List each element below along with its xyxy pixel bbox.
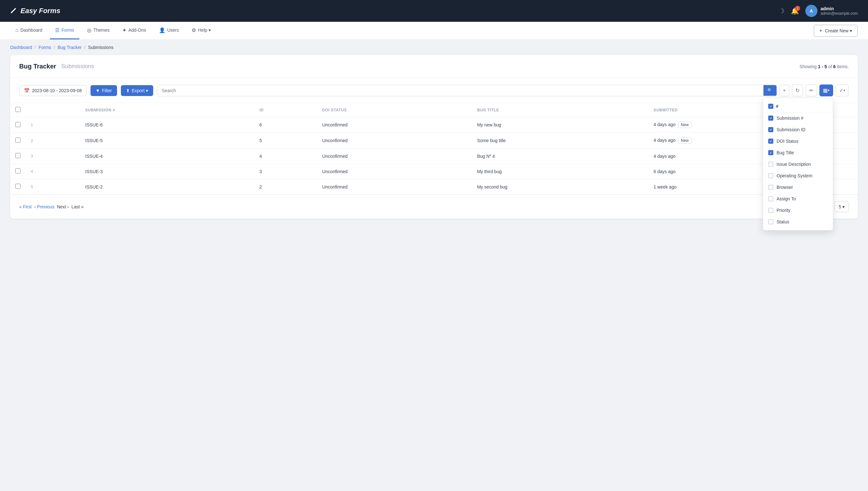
col-header-checkbox[interactable]: ✓ [768, 104, 773, 109]
row-checkbox[interactable] [16, 168, 21, 173]
row-checkbox-cell[interactable] [10, 117, 26, 133]
nav-label-addons: Add-Ons [128, 28, 146, 33]
col-item-sub-num[interactable]: ✓ Submission # [763, 112, 833, 124]
row-checkbox[interactable] [16, 153, 21, 158]
row-checkbox-cell[interactable] [10, 148, 26, 164]
col-item-doi-status[interactable]: ✓ DOI Status [763, 135, 833, 147]
row-checkbox-cell[interactable] [10, 164, 26, 179]
row-submission: ISSUE-5 [80, 133, 254, 148]
nav-label-dashboard: Dashboard [21, 28, 42, 33]
search-input[interactable] [157, 85, 764, 96]
nav-item-addons[interactable]: ✦ Add-Ons [117, 22, 151, 39]
row-checkbox[interactable] [16, 122, 21, 127]
pagination-first[interactable]: « First [19, 204, 32, 209]
select-all-checkbox[interactable] [16, 107, 21, 112]
row-num: 1 [26, 117, 80, 133]
col-item-bug-title[interactable]: ✓ Bug Title [763, 147, 833, 158]
new-badge: New [678, 122, 691, 128]
nav-item-dashboard[interactable]: ⌂ Dashboard [10, 22, 47, 39]
avatar: A [805, 5, 817, 17]
nav-item-themes[interactable]: ◎ Themes [82, 22, 115, 39]
moon-icon[interactable]: ☽ [779, 7, 784, 15]
calendar-icon: 📅 [24, 88, 29, 93]
bell-icon[interactable]: 🔔 1 [791, 7, 799, 15]
card-title: Bug Tracker [19, 63, 56, 70]
col-item-sub-id[interactable]: ✓ Submission ID [763, 124, 833, 135]
row-checkbox[interactable] [16, 184, 21, 189]
row-checkbox[interactable] [16, 138, 21, 143]
nav-item-users[interactable]: 👤 Users [154, 22, 184, 39]
breadcrumb-bug-tracker[interactable]: Bug Tracker [58, 45, 82, 50]
col-checkbox-os[interactable] [768, 173, 773, 178]
col-checkbox-priority[interactable] [768, 208, 773, 213]
check-chevron: ▾ [843, 88, 845, 92]
col-item-issue-desc[interactable]: Issue Description [763, 158, 833, 170]
row-submission: ISSUE-2 [80, 179, 254, 195]
col-checkbox-browser[interactable] [768, 185, 773, 190]
filter-icon: ▼ [96, 88, 100, 93]
col-label-issue-desc: Issue Description [777, 162, 811, 167]
nav-left: ⌂ Dashboard ☰ Forms ◎ Themes ✦ Add-Ons 👤… [10, 22, 216, 39]
search-button[interactable]: 🔍 [764, 85, 777, 96]
col-item-os[interactable]: Operating System [763, 170, 833, 181]
col-dropdown-header: ✓ # [763, 100, 833, 112]
row-bug-title: Bug Nº 4 [472, 148, 649, 164]
col-checkbox-status[interactable] [768, 219, 773, 224]
create-new-button[interactable]: + Create New ▾ [814, 25, 858, 37]
table-row: 2 ISSUE-5 5 Unconfirmed Some bug title 4… [10, 133, 858, 148]
th-submission-num: SUBMISSION # [80, 103, 254, 117]
filter-button[interactable]: ▼ Filter [91, 85, 117, 96]
row-num: 4 [26, 164, 80, 179]
admin-section[interactable]: A admin admin@example.com [805, 5, 858, 17]
page-size-select[interactable]: 5 ▾ [834, 201, 849, 212]
th-select-all[interactable] [10, 103, 26, 117]
col-checkbox-assign-to[interactable] [768, 196, 773, 201]
col-item-priority[interactable]: Priority [763, 205, 833, 216]
check-dropdown-button[interactable]: ✓ ▾ [836, 85, 849, 96]
columns-dropdown-wrap: ▦ ▾ ✓ # ✓ [819, 85, 833, 96]
col-checkbox-sub-id[interactable]: ✓ [768, 127, 773, 132]
col-item-browser[interactable]: Browser [763, 181, 833, 193]
submissions-card: Bug Tracker Submissions Showing 1 - 5 of… [10, 55, 858, 219]
row-doi-status: Unconfirmed [317, 133, 472, 148]
pagination-last[interactable]: Last » [71, 204, 84, 209]
pagination-next[interactable]: Next › [57, 204, 69, 209]
pagination-prev[interactable]: ‹ Previous [34, 204, 54, 209]
breadcrumb-sep-2: / [54, 45, 55, 50]
showing-range: 1 - 5 [818, 64, 827, 69]
nav-label-users: Users [167, 28, 179, 33]
col-item-assign-to[interactable]: Assign To [763, 193, 833, 205]
date-filter[interactable]: 📅 2023-08-10 - 2023-09-08 [19, 85, 87, 96]
card-header: Bug Tracker Submissions Showing 1 - 5 of… [10, 55, 858, 78]
col-label-bug-title: Bug Title [777, 150, 794, 155]
add-row-button[interactable]: + [779, 85, 789, 96]
refresh-button[interactable]: ↻ [792, 85, 803, 96]
export-button[interactable]: ⬆ Export ▾ [121, 85, 153, 96]
col-checkbox-doi-status[interactable]: ✓ [768, 139, 773, 144]
row-checkbox-cell[interactable] [10, 133, 26, 148]
showing-label: Showing [800, 64, 818, 69]
columns-icon: ▦ [823, 87, 828, 93]
nav-item-help[interactable]: ⚙ Help ▾ [186, 22, 216, 39]
table-wrap: SUBMISSION # ID DOI STATUS BUG TITLE SUB… [10, 103, 858, 195]
row-num: 2 [26, 133, 80, 148]
row-checkbox-cell[interactable] [10, 179, 26, 195]
admin-info: admin admin@example.com [821, 6, 858, 16]
edit-button[interactable]: ✏ [806, 85, 817, 96]
breadcrumb-dashboard[interactable]: Dashboard [10, 45, 32, 50]
col-checkbox-sub-num[interactable]: ✓ [768, 116, 773, 121]
breadcrumb-forms[interactable]: Forms [38, 45, 51, 50]
search-input-wrap: 🔍 [157, 85, 777, 96]
submissions-table: SUBMISSION # ID DOI STATUS BUG TITLE SUB… [10, 103, 858, 195]
col-label-doi-status: DOI Status [777, 139, 798, 144]
main-content: Bug Tracker Submissions Showing 1 - 5 of… [0, 55, 868, 229]
col-item-status[interactable]: Status [763, 216, 833, 228]
breadcrumb-sep-3: / [84, 45, 85, 50]
columns-button[interactable]: ▦ ▾ [819, 85, 833, 96]
page-size-value: 5 [839, 204, 841, 209]
col-checkbox-bug-title[interactable]: ✓ [768, 150, 773, 155]
nav-item-forms[interactable]: ☰ Forms [50, 22, 79, 39]
th-row-num [26, 103, 80, 117]
col-checkbox-issue-desc[interactable] [768, 162, 773, 167]
nav-label-help: Help ▾ [198, 28, 211, 33]
